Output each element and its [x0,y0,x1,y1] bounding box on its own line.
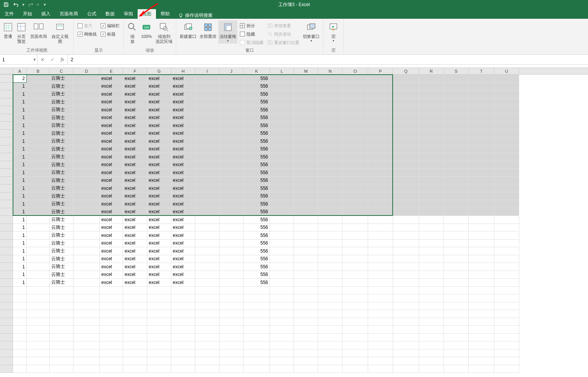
cell[interactable] [494,208,519,216]
cell[interactable]: excel [147,271,171,279]
cell[interactable]: 556 [244,153,270,161]
cell[interactable]: excel [100,130,123,138]
cell[interactable]: 556 [244,200,270,208]
cell[interactable] [195,161,219,169]
column-header-I[interactable]: I [195,68,219,74]
cell[interactable] [294,318,318,326]
row-header[interactable] [0,98,13,106]
cell[interactable] [419,302,444,310]
cell[interactable] [469,83,494,91]
normal-view-button[interactable]: 普通 [2,20,14,40]
undo-button[interactable] [11,0,21,9]
cell[interactable]: excel [100,232,123,240]
cell[interactable] [368,106,393,114]
cell[interactable] [393,137,419,145]
cell[interactable] [444,334,469,342]
cell[interactable] [469,106,494,114]
cell[interactable] [444,349,469,357]
cell[interactable] [294,341,318,349]
cell[interactable] [343,279,368,287]
cell[interactable] [469,302,494,310]
cell[interactable] [368,326,393,334]
cell[interactable]: excel [147,224,171,232]
cell[interactable] [368,122,393,130]
cell[interactable] [368,302,393,310]
cell[interactable] [100,318,123,326]
cell[interactable] [368,114,393,122]
cell[interactable] [494,114,519,122]
row-header[interactable] [0,193,13,201]
cell[interactable] [393,279,419,287]
cell[interactable] [393,294,419,302]
cell[interactable] [393,161,419,169]
cell[interactable]: excel [123,83,147,91]
cell[interactable] [419,326,444,334]
cell[interactable] [393,287,419,295]
tab-formulas[interactable]: 公式 [83,9,101,19]
cell[interactable]: 云骑士 [50,75,73,83]
cell[interactable] [270,193,294,201]
cell[interactable] [294,193,318,201]
cell[interactable] [368,349,393,357]
cell[interactable] [318,247,343,255]
cell[interactable] [219,90,244,98]
cell[interactable] [244,365,270,373]
cell[interactable] [171,302,195,310]
cell[interactable] [27,287,50,295]
cell[interactable] [494,294,519,302]
zoom-selection-button[interactable]: 缩放到 选定区域 [154,20,174,45]
cell[interactable] [100,302,123,310]
cell[interactable] [294,83,318,91]
cell[interactable] [294,122,318,130]
cell[interactable] [27,193,50,201]
cell[interactable]: excel [100,106,123,114]
cell[interactable]: excel [147,161,171,169]
cell[interactable] [318,271,343,279]
cell[interactable] [318,114,343,122]
cell[interactable] [294,287,318,295]
cell[interactable] [195,200,219,208]
cell[interactable] [195,169,219,177]
cell[interactable] [469,224,494,232]
cell[interactable] [494,232,519,240]
cell[interactable] [195,341,219,349]
cell[interactable] [13,341,27,349]
column-header-H[interactable]: H [171,68,195,74]
cell[interactable] [219,208,244,216]
cell[interactable] [244,341,270,349]
insert-function-button[interactable]: fx [57,55,67,64]
cell[interactable] [318,349,343,357]
cell[interactable] [469,130,494,138]
cell[interactable] [368,169,393,177]
cell[interactable] [13,326,27,334]
cell[interactable] [343,193,368,201]
cell[interactable] [73,75,100,83]
cell[interactable]: excel [100,255,123,263]
cell[interactable] [13,310,27,318]
cell[interactable] [244,357,270,365]
cell[interactable] [368,161,393,169]
cell[interactable] [73,232,100,240]
cell[interactable] [318,255,343,263]
cell[interactable] [393,130,419,138]
cell[interactable] [270,216,294,224]
cell[interactable] [343,83,368,91]
cell[interactable] [469,357,494,365]
cell[interactable] [219,326,244,334]
cell[interactable] [444,200,469,208]
cell[interactable]: 556 [244,145,270,153]
cell[interactable] [368,130,393,138]
cell[interactable] [147,294,171,302]
cell[interactable] [100,349,123,357]
column-header-B[interactable]: B [27,68,50,74]
row-header[interactable] [0,184,13,193]
cell[interactable] [444,365,469,373]
custom-view-button[interactable]: 自定义视图 [49,20,71,45]
cell[interactable]: 1 [13,114,27,122]
cell[interactable] [393,75,419,83]
cell[interactable] [270,302,294,310]
cell[interactable] [294,216,318,224]
cell[interactable] [393,310,419,318]
cell[interactable] [318,184,343,193]
cell[interactable] [469,193,494,201]
